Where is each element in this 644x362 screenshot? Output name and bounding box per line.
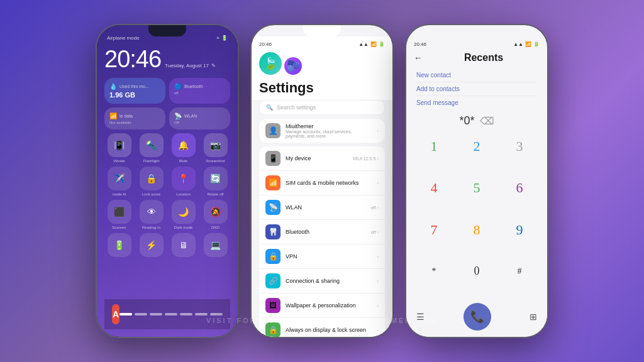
always-on-chevron: ›	[377, 327, 379, 333]
bluetooth-item[interactable]: 🦷 Bluetooth off ›	[259, 220, 385, 244]
dial-3[interactable]: 3	[499, 133, 540, 160]
date: Tuesday, August 17 ✎	[165, 63, 216, 69]
search-placeholder: Search settings	[277, 104, 316, 111]
dialer-number: *0*	[459, 114, 474, 128]
bluetooth-tile[interactable]: 🔵 Bluetooth off	[169, 78, 230, 104]
blob-green: 🍃	[259, 52, 282, 75]
dial-6[interactable]: 6	[499, 174, 540, 202]
dial-1[interactable]: 1	[414, 133, 454, 160]
bluetooth-status: off	[174, 91, 225, 95]
back-button[interactable]: ←	[414, 53, 423, 63]
wifi-icon: 📡	[174, 112, 182, 119]
dial-8[interactable]: 8	[457, 216, 497, 244]
vpn-item[interactable]: 🔒 VPN ›	[259, 244, 385, 269]
wlan-status: Off	[174, 121, 225, 124]
dot-3	[150, 313, 162, 315]
dial-4[interactable]: 4	[414, 174, 454, 202]
rotate-btn[interactable]: 🔄 Rotate off	[201, 167, 230, 196]
sim-text: SIM cards & mobile networks	[286, 180, 372, 186]
dot-7	[210, 313, 223, 315]
data-tile[interactable]: 💧 Used this mo... 1.96 GB	[104, 78, 165, 104]
recents-battery: 🔋	[533, 41, 540, 47]
battery-icon: 🔋	[221, 35, 228, 41]
dial-9[interactable]: 9	[499, 216, 540, 244]
dial-0[interactable]: 0	[457, 258, 497, 285]
bluetooth-text: Bluetooth	[286, 229, 366, 235]
device-icon: 📱	[265, 151, 280, 166]
account-icon: 👤	[265, 123, 280, 138]
time: 20:46	[104, 46, 161, 73]
wlan-item[interactable]: 📡 WLAN off ›	[259, 195, 385, 220]
recents-header: ← Recents	[406, 50, 547, 69]
delete-button[interactable]: ⌫	[480, 115, 494, 127]
flash-btn[interactable]: ⚡	[136, 233, 166, 257]
wallpaper-chevron: ›	[377, 303, 379, 309]
dial-2[interactable]: 2	[457, 133, 497, 160]
contacts-grid-button[interactable]: ⊞	[530, 312, 537, 322]
location-btn[interactable]: 📍 Location	[169, 167, 198, 196]
recents-wifi: 📶	[525, 41, 531, 47]
connection-sharing-item[interactable]: 🔗 Connection & sharing ›	[259, 269, 385, 293]
signal-icon: 📶	[109, 112, 117, 119]
mobile-status: Not available	[109, 121, 160, 124]
dark-mode-btn[interactable]: 🌙 Dark mode	[169, 200, 198, 229]
dial-5[interactable]: 5	[457, 174, 497, 202]
dial-star[interactable]: *	[414, 258, 454, 285]
wlan-icon: 📡	[265, 200, 280, 215]
dot-2	[135, 313, 147, 315]
miuithemer-item[interactable]: 👤 Miuithemer Manage accounts, cloud serv…	[259, 119, 385, 143]
control-tiles: 💧 Used this mo... 1.96 GB 🔵 Bluetooth of…	[104, 78, 230, 129]
dial-hash[interactable]: #	[499, 258, 540, 285]
wallpaper-text: Wallpaper & personalization	[286, 302, 372, 309]
edit-icon[interactable]: ✎	[211, 63, 216, 69]
battery-btn[interactable]: 🔋	[104, 233, 134, 257]
airplane-btn[interactable]: ✈️ mode Ai	[104, 167, 134, 196]
search-icon: 🔍	[266, 104, 273, 111]
quick-actions-row1: 📳 Vibrate 🔦 Flashlight 🔔 Mute 📷 Screensh…	[104, 133, 230, 163]
recents-notch	[458, 25, 496, 36]
add-to-contacts-btn[interactable]: Add to contacts	[416, 82, 537, 96]
signal-status: ▲▲	[358, 41, 369, 47]
call-button[interactable]: 📞	[464, 303, 491, 331]
dial-7[interactable]: 7	[414, 216, 454, 244]
dot-4	[165, 313, 177, 315]
phone1-bottom-bar: A	[104, 299, 230, 329]
chevron-icon: ›	[377, 128, 379, 134]
sim-item[interactable]: 📶 SIM cards & mobile networks ›	[259, 171, 385, 195]
flashlight-btn[interactable]: 🔦 Flashlight	[136, 133, 166, 163]
wallpaper-icon: 🖼	[265, 298, 280, 313]
connection-chevron: ›	[377, 278, 379, 284]
screenshot-btn[interactable]: 📷 Screenshot	[201, 133, 230, 163]
recents-status-icons: ▲▲ 📶 🔋	[513, 41, 540, 47]
mobile-data-tile[interactable]: 📶 le data Not available	[104, 107, 165, 129]
reading-btn[interactable]: 👁 Reading m	[136, 200, 166, 229]
always-on-icon: 🔒	[265, 322, 280, 337]
sim-chevron: ›	[377, 180, 379, 186]
notch	[148, 25, 186, 36]
vibrate-btn[interactable]: 📳 Vibrate	[104, 133, 134, 163]
send-message-btn[interactable]: Send message	[416, 96, 537, 109]
new-contact-btn[interactable]: New contact	[416, 69, 537, 82]
dnd-btn[interactable]: 🔕 DND	[201, 200, 230, 229]
quick-actions-row4: 🔋 ⚡ 🖥 💻	[104, 233, 230, 257]
wallpaper-item[interactable]: 🖼 Wallpaper & personalization ›	[259, 293, 385, 318]
wlan-tile[interactable]: 📡 WLAN Off	[169, 107, 230, 129]
account-text: Miuithemer Manage accounts, cloud servic…	[286, 123, 372, 138]
recents-title: Recents	[428, 52, 540, 63]
lock-screen-btn[interactable]: 🔒 Lock scree	[136, 167, 166, 196]
code-btn[interactable]: 💻	[201, 233, 230, 257]
mute-btn[interactable]: 🔔 Mute	[169, 133, 198, 163]
assistant-button[interactable]: A	[112, 304, 119, 324]
page-dots	[119, 313, 223, 315]
screen-btn[interactable]: 🖥	[169, 233, 198, 257]
connection-text: Connection & sharing	[286, 278, 372, 284]
settings-title-container: Settings	[252, 80, 392, 100]
always-on-text: Always on display & lock screen	[286, 327, 372, 333]
wifi-status: 📶	[370, 41, 377, 47]
my-device-item[interactable]: 📱 My device MIUI 12.5 5 ›	[259, 146, 385, 171]
vpn-chevron: ›	[377, 254, 379, 260]
recents-time: 20:46	[414, 41, 426, 47]
settings-search[interactable]: 🔍 Search settings	[259, 100, 385, 115]
time-display: 20:46 Tuesday, August 17 ✎	[104, 46, 230, 73]
scanner-btn[interactable]: ⬛ Scanner	[104, 200, 134, 229]
